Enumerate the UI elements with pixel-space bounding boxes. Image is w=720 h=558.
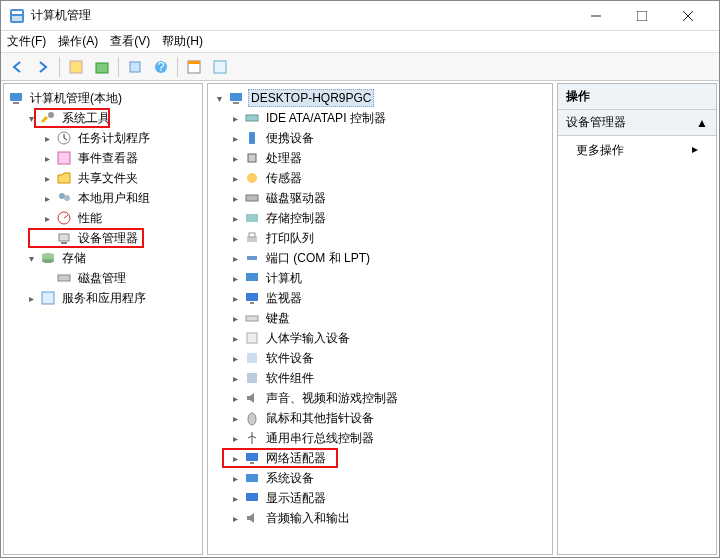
mouse-icon [244, 410, 260, 426]
window-controls [573, 1, 711, 31]
printer-icon [244, 230, 260, 246]
tree-shared-folders[interactable]: ▸ 共享文件夹 [6, 168, 200, 188]
svg-rect-28 [58, 275, 70, 281]
svg-rect-37 [246, 214, 258, 222]
titlebar: 计算机管理 [1, 1, 719, 31]
expand-icon[interactable]: ▸ [40, 211, 54, 225]
toolbar-btn-3[interactable] [123, 55, 147, 79]
device-soft-dev[interactable]: ▸软件设备 [210, 348, 550, 368]
back-button[interactable] [5, 55, 29, 79]
tree-disk-management[interactable]: 磁盘管理 [6, 268, 200, 288]
window-title: 计算机管理 [31, 7, 573, 24]
toolbar-btn-1[interactable] [64, 55, 88, 79]
device-tree[interactable]: ▾ DESKTOP-HQR9PGC ▸IDE ATA/ATAPI 控制器 ▸便携… [208, 84, 552, 532]
toolbar-btn-4[interactable] [182, 55, 206, 79]
actions-more[interactable]: 更多操作 ▸ [558, 136, 716, 165]
svg-rect-16 [13, 102, 19, 104]
event-icon [56, 150, 72, 166]
expand-icon[interactable]: ▾ [24, 111, 38, 125]
svg-rect-52 [246, 493, 258, 501]
minimize-button[interactable] [573, 1, 619, 31]
tree-performance[interactable]: ▸ 性能 [6, 208, 200, 228]
tools-icon [40, 110, 56, 126]
svg-rect-32 [246, 115, 258, 121]
device-root[interactable]: ▾ DESKTOP-HQR9PGC [210, 88, 550, 108]
device-mouse[interactable]: ▸鼠标和其他指针设备 [210, 408, 550, 428]
expand-icon[interactable]: ▸ [40, 131, 54, 145]
svg-rect-29 [42, 292, 54, 304]
device-disk-drives[interactable]: ▸磁盘驱动器 [210, 188, 550, 208]
svg-rect-14 [214, 61, 226, 73]
svg-rect-15 [10, 93, 22, 101]
svg-rect-31 [233, 102, 239, 104]
left-tree[interactable]: 计算机管理(本地) ▾ 系统工具 ▸ 任务计划程序 ▸ 事件查看器 ▸ 共享文件… [4, 84, 202, 312]
actions-header: 操作 [558, 84, 716, 110]
svg-rect-46 [247, 353, 257, 363]
menu-help[interactable]: 帮助(H) [162, 33, 203, 50]
maximize-button[interactable] [619, 1, 665, 31]
expand-icon[interactable]: ▾ [24, 251, 38, 265]
app-icon [9, 8, 25, 24]
tree-event-viewer[interactable]: ▸ 事件查看器 [6, 148, 200, 168]
svg-rect-49 [246, 453, 258, 461]
device-cpu[interactable]: ▸处理器 [210, 148, 550, 168]
svg-rect-34 [248, 154, 256, 162]
expand-icon[interactable]: ▾ [212, 91, 226, 105]
tree-device-manager[interactable]: 设备管理器 [6, 228, 200, 248]
soft-icon [244, 350, 260, 366]
toolbar-btn-2[interactable] [90, 55, 114, 79]
tree-services-apps[interactable]: ▸ 服务和应用程序 [6, 288, 200, 308]
expand-icon[interactable]: ▸ [40, 151, 54, 165]
svg-point-35 [247, 173, 257, 183]
svg-rect-40 [247, 256, 257, 260]
close-button[interactable] [665, 1, 711, 31]
menu-file[interactable]: 文件(F) [7, 33, 46, 50]
expand-icon[interactable]: ▸ [40, 171, 54, 185]
device-print-queue[interactable]: ▸打印队列 [210, 228, 550, 248]
expand-icon[interactable]: ▸ [24, 291, 38, 305]
toolbar-btn-5[interactable] [208, 55, 232, 79]
forward-button[interactable] [31, 55, 55, 79]
expand-icon[interactable]: ▸ [40, 191, 54, 205]
device-sensor[interactable]: ▸传感器 [210, 168, 550, 188]
svg-rect-24 [61, 242, 67, 244]
device-hid[interactable]: ▸人体学输入设备 [210, 328, 550, 348]
device-system-dev[interactable]: ▸系统设备 [210, 468, 550, 488]
help-button[interactable]: ? [149, 55, 173, 79]
system-icon [244, 470, 260, 486]
device-storage-ctrl[interactable]: ▸存储控制器 [210, 208, 550, 228]
menu-action[interactable]: 操作(A) [58, 33, 98, 50]
tree-task-scheduler[interactable]: ▸ 任务计划程序 [6, 128, 200, 148]
collapse-icon[interactable]: ▲ [696, 116, 708, 130]
device-monitor[interactable]: ▸监视器 [210, 288, 550, 308]
device-audio-io[interactable]: ▸音频输入和输出 [210, 508, 550, 528]
device-network[interactable]: ▸网络适配器 [210, 448, 550, 468]
device-portable[interactable]: ▸便携设备 [210, 128, 550, 148]
device-icon [56, 230, 72, 246]
svg-rect-44 [246, 316, 258, 321]
menu-view[interactable]: 查看(V) [110, 33, 150, 50]
usb-icon [244, 430, 260, 446]
svg-point-27 [42, 259, 54, 263]
tree-storage[interactable]: ▾ 存储 [6, 248, 200, 268]
svg-rect-13 [188, 61, 200, 64]
computer-icon [244, 270, 260, 286]
tree-local-users[interactable]: ▸ 本地用户和组 [6, 188, 200, 208]
hdd-icon [244, 190, 260, 206]
device-ide[interactable]: ▸IDE ATA/ATAPI 控制器 [210, 108, 550, 128]
device-soft-comp[interactable]: ▸软件组件 [210, 368, 550, 388]
device-computer[interactable]: ▸计算机 [210, 268, 550, 288]
device-usb[interactable]: ▸通用串行总线控制器 [210, 428, 550, 448]
device-ports[interactable]: ▸端口 (COM 和 LPT) [210, 248, 550, 268]
svg-rect-19 [58, 152, 70, 164]
tree-root[interactable]: 计算机管理(本地) [6, 88, 200, 108]
device-keyboard[interactable]: ▸键盘 [210, 308, 550, 328]
device-sound[interactable]: ▸声音、视频和游戏控制器 [210, 388, 550, 408]
svg-rect-47 [247, 373, 257, 383]
services-icon [40, 290, 56, 306]
device-display[interactable]: ▸显示适配器 [210, 488, 550, 508]
tree-system-tools[interactable]: ▾ 系统工具 [6, 108, 200, 128]
actions-subheader[interactable]: 设备管理器 ▲ [558, 110, 716, 136]
audio-icon [244, 510, 260, 526]
body-panels: 计算机管理(本地) ▾ 系统工具 ▸ 任务计划程序 ▸ 事件查看器 ▸ 共享文件… [1, 81, 719, 557]
